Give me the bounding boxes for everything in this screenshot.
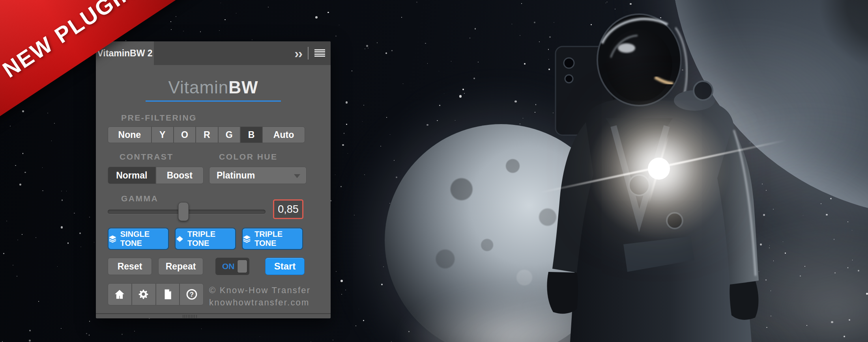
- contrast-option-normal[interactable]: Normal: [108, 167, 155, 184]
- resize-grip[interactable]: [183, 315, 198, 318]
- color-hue-value: Platinum: [217, 170, 255, 181]
- filter-option-auto[interactable]: Auto: [262, 127, 305, 143]
- collapse-panel-icon[interactable]: ››: [294, 46, 302, 60]
- color-hue-label: COLOR HUE: [219, 152, 278, 162]
- tab-title: VitaminBW 2: [97, 48, 152, 59]
- triple-tone-button-2[interactable]: TRIPLE TONE: [242, 228, 303, 250]
- tab-separator: [308, 47, 309, 59]
- filter-option-r[interactable]: R: [195, 127, 217, 143]
- panel-tab-bar: VitaminBW 2 ››: [96, 41, 331, 65]
- desktop-background: VitaminBW 2 ›› VitaminBW PRE-FILTERING N…: [0, 0, 868, 342]
- triple-tone-label: TRIPLE TONE: [187, 230, 235, 248]
- layers-icon: [243, 234, 251, 243]
- single-tone-label: SINGLE TONE: [120, 230, 168, 248]
- contrast-group: Normal Boost: [108, 167, 204, 184]
- filter-option-y[interactable]: Y: [151, 127, 173, 143]
- filter-option-g[interactable]: G: [218, 127, 240, 143]
- toggle-state-label: ON: [222, 262, 235, 271]
- settings-button[interactable]: [131, 284, 155, 305]
- pre-filtering-group: None Y O R G B Auto: [108, 126, 305, 143]
- gamma-slider-thumb[interactable]: [178, 202, 189, 221]
- footer-icon-bar: ?: [108, 283, 204, 305]
- color-hue-dropdown[interactable]: Platinum: [209, 167, 307, 184]
- home-button[interactable]: [108, 284, 131, 305]
- filter-option-none[interactable]: None: [108, 127, 151, 143]
- filter-option-o[interactable]: O: [173, 127, 195, 143]
- document-icon: [162, 288, 174, 300]
- plugin-title: VitaminBW: [96, 78, 331, 97]
- filter-option-b[interactable]: B: [240, 127, 262, 143]
- triple-tone-button-1[interactable]: TRIPLE TONE: [175, 228, 236, 250]
- pre-filtering-label: PRE-FILTERING: [121, 113, 197, 123]
- toggle-knob[interactable]: [237, 260, 247, 273]
- help-icon: ?: [186, 288, 198, 300]
- panel-menu-icon[interactable]: [314, 49, 325, 57]
- start-button[interactable]: Start: [265, 258, 305, 275]
- contrast-option-boost[interactable]: Boost: [155, 167, 204, 184]
- chevron-down-icon: [294, 174, 300, 178]
- on-off-toggle[interactable]: ON: [215, 258, 249, 275]
- title-underline: [146, 100, 281, 102]
- contrast-label: CONTRAST: [120, 152, 174, 162]
- reset-button[interactable]: Reset: [108, 258, 152, 275]
- triple-tone-label: TRIPLE TONE: [254, 230, 302, 248]
- credits: © Know-How Transfer knowhowtransfer.com: [209, 284, 311, 309]
- document-button[interactable]: [155, 284, 180, 305]
- gamma-value-field[interactable]: 0,85: [273, 199, 303, 219]
- credit-line-2[interactable]: knowhowtransfer.com: [209, 296, 311, 309]
- credit-line-1: © Know-How Transfer: [209, 284, 311, 296]
- panel-status-bar: [96, 314, 331, 318]
- help-button[interactable]: ?: [179, 284, 203, 305]
- single-tone-button[interactable]: SINGLE TONE: [108, 228, 169, 250]
- vitaminbw-panel: VitaminBW 2 ›› VitaminBW PRE-FILTERING N…: [96, 41, 331, 318]
- layers-icon: [108, 234, 117, 243]
- plugin-title-primary: Vitamin: [168, 78, 228, 97]
- lens-flare-core: [648, 158, 670, 180]
- svg-text:?: ?: [190, 291, 194, 298]
- plugin-title-bold: BW: [228, 78, 258, 97]
- gear-icon: [138, 288, 150, 300]
- gamma-slider-track[interactable]: [108, 210, 266, 214]
- repeat-button[interactable]: Repeat: [158, 258, 203, 275]
- home-icon: [114, 288, 125, 300]
- diamond-icon: [176, 234, 184, 243]
